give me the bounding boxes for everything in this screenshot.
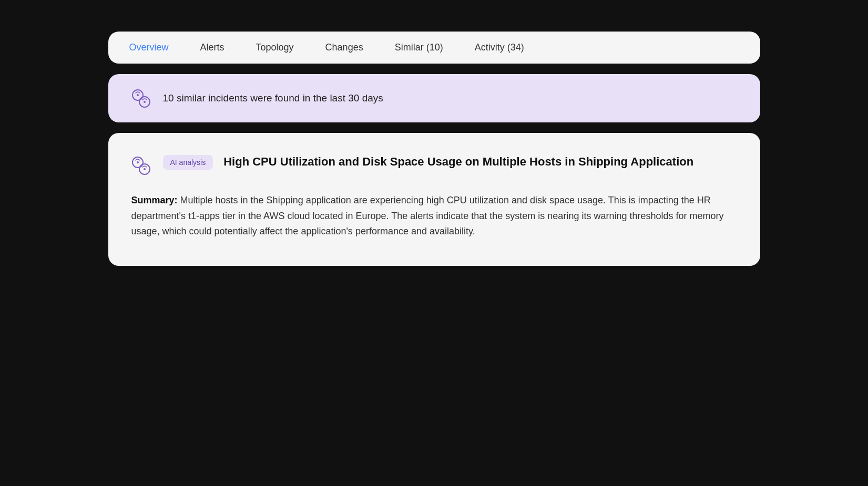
tab-alerts[interactable]: Alerts — [200, 42, 224, 53]
similar-incidents-banner: 10 similar incidents were found in the l… — [108, 74, 760, 122]
summary-label: Summary: — [131, 195, 178, 205]
svg-point-6 — [137, 161, 139, 163]
analysis-header: AI analysis High CPU Utilization and Dis… — [129, 154, 739, 177]
main-container: Overview Alerts Topology Changes Similar… — [108, 32, 760, 266]
tab-activity[interactable]: Activity (34) — [475, 42, 524, 53]
svg-point-2 — [137, 94, 139, 96]
svg-point-3 — [144, 101, 146, 103]
tab-bar: Overview Alerts Topology Changes Similar… — [108, 32, 760, 64]
analysis-body: Summary: Multiple hosts in the Shipping … — [129, 193, 739, 240]
analysis-card: AI analysis High CPU Utilization and Dis… — [108, 133, 760, 266]
similar-incidents-text: 10 similar incidents were found in the l… — [163, 92, 383, 104]
ai-analysis-badge: AI analysis — [163, 155, 213, 170]
tab-similar[interactable]: Similar (10) — [395, 42, 443, 53]
tab-overview[interactable]: Overview — [129, 42, 169, 53]
ai-analysis-icon — [129, 154, 152, 177]
svg-point-7 — [144, 168, 146, 170]
tab-changes[interactable]: Changes — [325, 42, 363, 53]
analysis-title: High CPU Utilization and Disk Space Usag… — [223, 154, 693, 170]
ai-similar-icon — [129, 87, 152, 110]
tab-topology[interactable]: Topology — [256, 42, 294, 53]
summary-text: Multiple hosts in the Shipping applicati… — [131, 195, 724, 236]
